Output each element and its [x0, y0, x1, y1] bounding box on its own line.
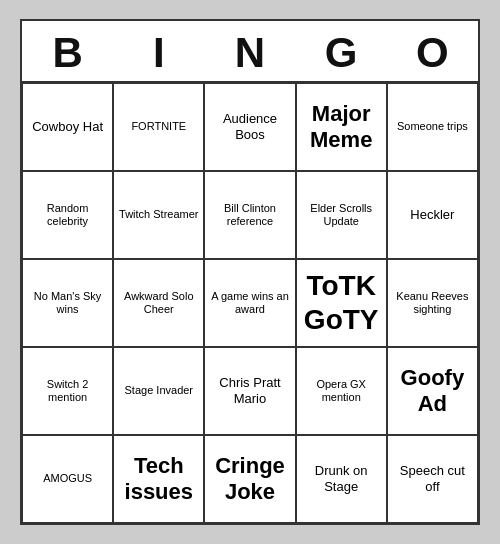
- bingo-cell-text: Major Meme: [301, 101, 382, 154]
- bingo-cell-text: Bill Clinton reference: [209, 202, 290, 228]
- bingo-cell-text: No Man's Sky wins: [27, 290, 108, 316]
- bingo-cell-0: Cowboy Hat: [22, 83, 113, 171]
- bingo-letter: I: [115, 29, 203, 77]
- bingo-cell-3: Major Meme: [296, 83, 387, 171]
- bingo-cell-text: Tech issues: [118, 453, 199, 506]
- bingo-cell-7: Bill Clinton reference: [204, 171, 295, 259]
- bingo-cell-24: Speech cut off: [387, 435, 478, 523]
- bingo-cell-4: Someone trips: [387, 83, 478, 171]
- bingo-cell-23: Drunk on Stage: [296, 435, 387, 523]
- bingo-cell-text: Goofy Ad: [392, 365, 473, 418]
- bingo-cell-13: ToTK GoTY: [296, 259, 387, 347]
- bingo-cell-14: Keanu Reeves sighting: [387, 259, 478, 347]
- bingo-cell-16: Stage Invader: [113, 347, 204, 435]
- bingo-cell-text: Cowboy Hat: [27, 119, 108, 135]
- bingo-cell-text: Audience Boos: [209, 111, 290, 142]
- bingo-cell-10: No Man's Sky wins: [22, 259, 113, 347]
- bingo-card: BINGO Cowboy HatFORTNITEAudience BoosMaj…: [20, 19, 480, 525]
- bingo-cell-17: Chris Pratt Mario: [204, 347, 295, 435]
- bingo-cell-12: A game wins an award: [204, 259, 295, 347]
- bingo-cell-text: Switch 2 mention: [27, 378, 108, 404]
- bingo-cell-text: Drunk on Stage: [301, 463, 382, 494]
- bingo-cell-text: Cringe Joke: [209, 453, 290, 506]
- bingo-cell-text: Opera GX mention: [301, 378, 382, 404]
- bingo-cell-text: Keanu Reeves sighting: [392, 290, 473, 316]
- bingo-cell-5: Random celebrity: [22, 171, 113, 259]
- bingo-letter: B: [24, 29, 112, 77]
- bingo-cell-text: Speech cut off: [392, 463, 473, 494]
- bingo-cell-19: Goofy Ad: [387, 347, 478, 435]
- bingo-cell-1: FORTNITE: [113, 83, 204, 171]
- bingo-letter: N: [206, 29, 294, 77]
- bingo-title: BINGO: [22, 21, 478, 83]
- bingo-cell-text: Twitch Streamer: [118, 208, 199, 221]
- bingo-cell-text: A game wins an award: [209, 290, 290, 316]
- bingo-cell-8: Elder Scrolls Update: [296, 171, 387, 259]
- bingo-cell-20: AMOGUS: [22, 435, 113, 523]
- bingo-cell-9: Heckler: [387, 171, 478, 259]
- bingo-cell-21: Tech issues: [113, 435, 204, 523]
- bingo-cell-text: ToTK GoTY: [301, 269, 382, 336]
- bingo-cell-text: Random celebrity: [27, 202, 108, 228]
- bingo-cell-text: Chris Pratt Mario: [209, 375, 290, 406]
- bingo-cell-22: Cringe Joke: [204, 435, 295, 523]
- bingo-cell-text: FORTNITE: [118, 120, 199, 133]
- bingo-cell-15: Switch 2 mention: [22, 347, 113, 435]
- bingo-cell-11: Awkward Solo Cheer: [113, 259, 204, 347]
- bingo-cell-2: Audience Boos: [204, 83, 295, 171]
- bingo-grid: Cowboy HatFORTNITEAudience BoosMajor Mem…: [22, 83, 478, 523]
- bingo-cell-text: Heckler: [392, 207, 473, 223]
- bingo-letter: O: [388, 29, 476, 77]
- bingo-cell-text: AMOGUS: [27, 472, 108, 485]
- bingo-cell-18: Opera GX mention: [296, 347, 387, 435]
- bingo-cell-text: Someone trips: [392, 120, 473, 133]
- bingo-cell-text: Elder Scrolls Update: [301, 202, 382, 228]
- bingo-letter: G: [297, 29, 385, 77]
- bingo-cell-text: Awkward Solo Cheer: [118, 290, 199, 316]
- bingo-cell-text: Stage Invader: [118, 384, 199, 397]
- bingo-cell-6: Twitch Streamer: [113, 171, 204, 259]
